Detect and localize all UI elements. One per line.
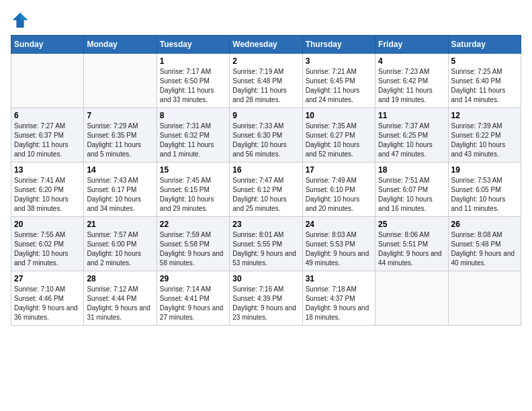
page-header <box>11 11 521 30</box>
day-cell: 20Sunrise: 7:55 AMSunset: 6:02 PMDayligh… <box>11 217 84 271</box>
day-info: Sunrise: 7:49 AMSunset: 6:10 PMDaylight:… <box>306 176 372 214</box>
day-cell: 29Sunrise: 7:14 AMSunset: 4:41 PMDayligh… <box>157 271 229 326</box>
day-info: Sunrise: 7:59 AMSunset: 5:58 PMDaylight:… <box>160 230 226 268</box>
day-cell: 22Sunrise: 7:59 AMSunset: 5:58 PMDayligh… <box>157 217 229 271</box>
week-row-1: 1Sunrise: 7:17 AMSunset: 6:50 PMDaylight… <box>11 54 521 108</box>
day-number: 29 <box>160 274 226 283</box>
day-number: 18 <box>378 165 445 175</box>
day-info: Sunrise: 8:06 AMSunset: 5:51 PMDaylight:… <box>378 230 445 268</box>
day-number: 17 <box>306 165 372 175</box>
day-number: 7 <box>87 111 153 120</box>
day-info: Sunrise: 7:27 AMSunset: 6:37 PMDaylight:… <box>14 122 81 159</box>
day-cell <box>448 271 521 326</box>
day-cell: 23Sunrise: 8:01 AMSunset: 5:55 PMDayligh… <box>230 217 302 271</box>
day-info: Sunrise: 7:23 AMSunset: 6:42 PMDaylight:… <box>378 67 445 105</box>
day-info: Sunrise: 7:16 AMSunset: 4:39 PMDaylight:… <box>232 285 299 322</box>
day-cell: 31Sunrise: 7:18 AMSunset: 4:37 PMDayligh… <box>302 271 375 326</box>
day-cell: 5Sunrise: 7:25 AMSunset: 6:40 PMDaylight… <box>448 54 521 108</box>
day-info: Sunrise: 7:37 AMSunset: 6:25 PMDaylight:… <box>378 122 445 159</box>
day-number: 10 <box>306 111 372 120</box>
day-info: Sunrise: 7:55 AMSunset: 6:02 PMDaylight:… <box>14 230 81 268</box>
day-cell: 13Sunrise: 7:41 AMSunset: 6:20 PMDayligh… <box>11 163 84 217</box>
day-number: 30 <box>232 274 299 283</box>
col-header-wednesday: Wednesday <box>230 36 302 54</box>
day-info: Sunrise: 7:41 AMSunset: 6:20 PMDaylight:… <box>14 176 81 214</box>
col-header-sunday: Sunday <box>11 36 84 54</box>
day-cell: 17Sunrise: 7:49 AMSunset: 6:10 PMDayligh… <box>302 163 375 217</box>
day-cell: 9Sunrise: 7:33 AMSunset: 6:30 PMDaylight… <box>230 108 302 163</box>
day-number: 22 <box>160 220 226 229</box>
day-cell: 3Sunrise: 7:21 AMSunset: 6:45 PMDaylight… <box>302 54 375 108</box>
day-number: 2 <box>232 56 299 66</box>
day-number: 15 <box>160 165 226 175</box>
day-cell: 14Sunrise: 7:43 AMSunset: 6:17 PMDayligh… <box>84 163 157 217</box>
day-number: 21 <box>87 220 153 229</box>
day-cell: 10Sunrise: 7:35 AMSunset: 6:27 PMDayligh… <box>302 108 375 163</box>
day-number: 5 <box>451 56 518 66</box>
col-header-monday: Monday <box>84 36 157 54</box>
day-info: Sunrise: 7:29 AMSunset: 6:35 PMDaylight:… <box>87 122 153 159</box>
day-cell: 25Sunrise: 8:06 AMSunset: 5:51 PMDayligh… <box>375 217 448 271</box>
day-cell: 28Sunrise: 7:12 AMSunset: 4:44 PMDayligh… <box>84 271 157 326</box>
day-number: 24 <box>306 220 372 229</box>
day-number: 4 <box>378 56 445 66</box>
day-info: Sunrise: 7:25 AMSunset: 6:40 PMDaylight:… <box>451 67 518 105</box>
day-cell: 2Sunrise: 7:19 AMSunset: 6:48 PMDaylight… <box>230 54 302 108</box>
day-number: 27 <box>14 274 81 283</box>
day-cell <box>84 54 157 108</box>
col-header-saturday: Saturday <box>448 36 521 54</box>
day-cell: 11Sunrise: 7:37 AMSunset: 6:25 PMDayligh… <box>375 108 448 163</box>
day-info: Sunrise: 7:12 AMSunset: 4:44 PMDaylight:… <box>87 285 153 322</box>
day-cell: 15Sunrise: 7:45 AMSunset: 6:15 PMDayligh… <box>157 163 229 217</box>
day-info: Sunrise: 7:35 AMSunset: 6:27 PMDaylight:… <box>306 122 372 159</box>
day-info: Sunrise: 7:45 AMSunset: 6:15 PMDaylight:… <box>160 176 226 214</box>
day-number: 23 <box>232 220 299 229</box>
day-number: 8 <box>160 111 226 120</box>
day-number: 31 <box>306 274 372 283</box>
week-row-5: 27Sunrise: 7:10 AMSunset: 4:46 PMDayligh… <box>11 271 521 326</box>
week-row-4: 20Sunrise: 7:55 AMSunset: 6:02 PMDayligh… <box>11 217 521 271</box>
day-info: Sunrise: 7:14 AMSunset: 4:41 PMDaylight:… <box>160 285 226 322</box>
day-cell: 1Sunrise: 7:17 AMSunset: 6:50 PMDaylight… <box>157 54 229 108</box>
day-info: Sunrise: 8:08 AMSunset: 5:48 PMDaylight:… <box>451 230 518 268</box>
logo-icon <box>11 11 30 30</box>
day-number: 20 <box>14 220 81 229</box>
day-number: 25 <box>378 220 445 229</box>
day-cell: 12Sunrise: 7:39 AMSunset: 6:22 PMDayligh… <box>448 108 521 163</box>
week-row-3: 13Sunrise: 7:41 AMSunset: 6:20 PMDayligh… <box>11 163 521 217</box>
day-info: Sunrise: 7:51 AMSunset: 6:07 PMDaylight:… <box>378 176 445 214</box>
day-number: 12 <box>451 111 518 120</box>
day-cell: 6Sunrise: 7:27 AMSunset: 6:37 PMDaylight… <box>11 108 84 163</box>
day-info: Sunrise: 7:31 AMSunset: 6:32 PMDaylight:… <box>160 122 226 159</box>
day-cell: 30Sunrise: 7:16 AMSunset: 4:39 PMDayligh… <box>230 271 302 326</box>
day-info: Sunrise: 7:47 AMSunset: 6:12 PMDaylight:… <box>232 176 299 214</box>
header-row: SundayMondayTuesdayWednesdayThursdayFrid… <box>11 36 521 54</box>
day-cell: 27Sunrise: 7:10 AMSunset: 4:46 PMDayligh… <box>11 271 84 326</box>
day-cell: 8Sunrise: 7:31 AMSunset: 6:32 PMDaylight… <box>157 108 229 163</box>
day-cell <box>375 271 448 326</box>
day-cell: 7Sunrise: 7:29 AMSunset: 6:35 PMDaylight… <box>84 108 157 163</box>
day-number: 28 <box>87 274 153 283</box>
day-number: 11 <box>378 111 445 120</box>
col-header-thursday: Thursday <box>302 36 375 54</box>
day-info: Sunrise: 7:57 AMSunset: 6:00 PMDaylight:… <box>87 230 153 268</box>
day-cell: 19Sunrise: 7:53 AMSunset: 6:05 PMDayligh… <box>448 163 521 217</box>
svg-marker-1 <box>20 13 28 20</box>
day-info: Sunrise: 7:33 AMSunset: 6:30 PMDaylight:… <box>232 122 299 159</box>
col-header-tuesday: Tuesday <box>157 36 229 54</box>
day-number: 26 <box>451 220 518 229</box>
day-info: Sunrise: 8:01 AMSunset: 5:55 PMDaylight:… <box>232 230 299 268</box>
day-info: Sunrise: 8:03 AMSunset: 5:53 PMDaylight:… <box>306 230 372 268</box>
day-info: Sunrise: 7:19 AMSunset: 6:48 PMDaylight:… <box>232 67 299 105</box>
week-row-2: 6Sunrise: 7:27 AMSunset: 6:37 PMDaylight… <box>11 108 521 163</box>
day-cell <box>11 54 84 108</box>
day-number: 13 <box>14 165 81 175</box>
day-info: Sunrise: 7:43 AMSunset: 6:17 PMDaylight:… <box>87 176 153 214</box>
day-number: 14 <box>87 165 153 175</box>
day-cell: 4Sunrise: 7:23 AMSunset: 6:42 PMDaylight… <box>375 54 448 108</box>
day-number: 6 <box>14 111 81 120</box>
logo <box>11 11 32 30</box>
day-cell: 26Sunrise: 8:08 AMSunset: 5:48 PMDayligh… <box>448 217 521 271</box>
day-number: 16 <box>232 165 299 175</box>
day-cell: 16Sunrise: 7:47 AMSunset: 6:12 PMDayligh… <box>230 163 302 217</box>
